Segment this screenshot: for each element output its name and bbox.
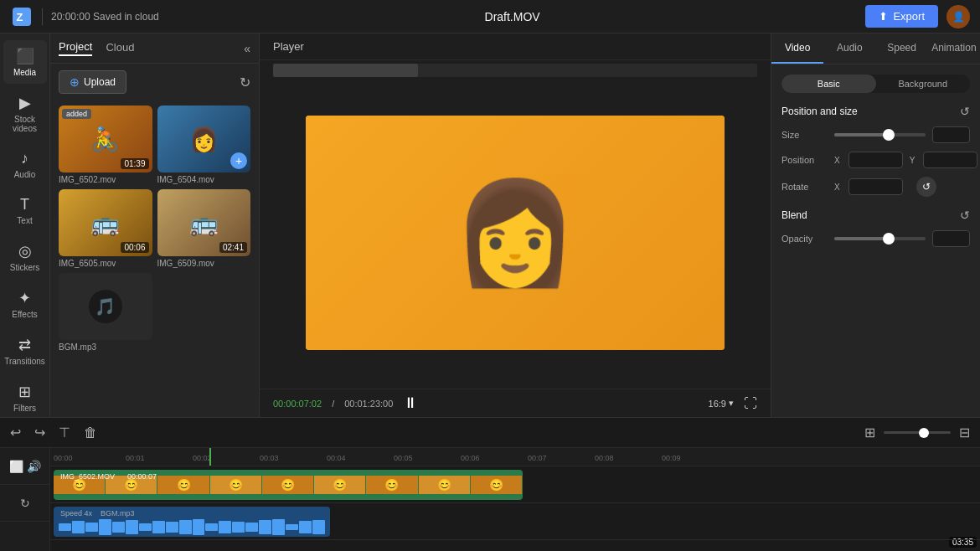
- waveform-bar: [245, 523, 258, 532]
- svg-text:Z: Z: [17, 10, 23, 23]
- video-track-lane: IMG_6502.MOV 00:00:07 😊 😊 😊 😊 😊 😊: [50, 466, 980, 503]
- playhead[interactable]: [209, 448, 211, 466]
- split-button[interactable]: ⊤: [55, 421, 74, 444]
- transitions-icon: ⇄: [18, 336, 31, 354]
- waveform-bar: [166, 522, 178, 532]
- zoom-slider[interactable]: [884, 431, 951, 434]
- reset-blend-button[interactable]: ↺: [960, 209, 970, 222]
- project-title: Draft.MOV: [168, 10, 858, 23]
- timeline-area: ↩ ↪ ⊤ 🗑 ⊞ ⊟ ⬜ 🔊 ↻ 00:00 00:01: [0, 417, 980, 551]
- reset-position-button[interactable]: ↺: [960, 105, 970, 118]
- sidebar-label-stickers: Stickers: [10, 263, 40, 272]
- x-label: X: [834, 156, 840, 165]
- timeline-progress: [273, 64, 418, 77]
- size-value-input[interactable]: 60%: [932, 126, 970, 143]
- sidebar-item-text[interactable]: T Text: [3, 189, 47, 232]
- media-item[interactable]: 🚌 00:06 IMG_6505.mov: [59, 189, 152, 268]
- sidebar-item-media[interactable]: ⬛ Media: [3, 40, 47, 84]
- audio-track-loop-button[interactable]: ↻: [20, 497, 30, 510]
- waveform-bar: [286, 524, 298, 531]
- sidebar-item-effects[interactable]: ✦ Effects: [3, 282, 47, 326]
- tab-speed[interactable]: Speed: [876, 33, 928, 64]
- tab-animation[interactable]: Animation: [928, 33, 980, 64]
- tab-cloud[interactable]: Cloud: [106, 41, 134, 55]
- redo-button[interactable]: ↪: [31, 421, 49, 444]
- player-video-container: 👩: [260, 77, 771, 389]
- sidebar: ⬛ Media ▶ Stock videos ♪ Audio T Text ◎ …: [0, 33, 50, 417]
- waveform: [59, 518, 325, 537]
- ruler-mark-1: 00:01: [126, 454, 145, 462]
- sub-tab-basic[interactable]: Basic: [781, 75, 876, 93]
- waveform-bar: [126, 520, 138, 535]
- y-label: Y: [910, 156, 916, 165]
- ruler-mark-9: 00:09: [662, 454, 681, 462]
- upload-button[interactable]: ⊕ Upload: [59, 70, 126, 94]
- tab-audio[interactable]: Audio: [823, 33, 875, 64]
- tracks-controls: ⬜ 🔊 ↻: [0, 448, 50, 551]
- waveform-bar: [193, 519, 205, 535]
- media-item[interactable]: 🚌 02:41 IMG_6509.mov: [157, 189, 251, 268]
- rotate-action-button[interactable]: ↺: [916, 177, 936, 197]
- ruler-mark-0: 00:00: [54, 454, 73, 462]
- audio-file-icon: 🎵: [89, 290, 122, 323]
- timeline-scrubber[interactable]: [273, 64, 757, 77]
- media-duration: 02:41: [219, 242, 247, 253]
- video-track[interactable]: IMG_6502.MOV 00:00:07 😊 😊 😊 😊 😊 😊: [54, 470, 523, 500]
- ruler-mark-6: 00:06: [461, 454, 480, 462]
- tab-project[interactable]: Project: [59, 40, 92, 56]
- opacity-slider-thumb[interactable]: [883, 233, 895, 245]
- opacity-slider[interactable]: [834, 237, 926, 240]
- rotate-row: Rotate X 2 ↺: [781, 177, 970, 197]
- waveform-bar: [205, 523, 218, 532]
- fullscreen-button[interactable]: ⛶: [744, 396, 757, 411]
- export-button[interactable]: ⬆ Export: [865, 5, 938, 28]
- add-media-button[interactable]: +: [230, 152, 247, 169]
- sidebar-item-filters[interactable]: ⊞ Filters: [3, 376, 47, 417]
- media-item[interactable]: 🎵 03:35 BGM.mp3: [59, 273, 152, 352]
- filters-icon: ⊞: [18, 383, 31, 401]
- position-x-input[interactable]: 2: [848, 152, 903, 168]
- video-track-mute-button[interactable]: 🔊: [27, 460, 41, 473]
- collapse-panel-button[interactable]: «: [244, 42, 250, 55]
- play-pause-button[interactable]: ⏸: [403, 394, 418, 412]
- delete-button[interactable]: 🗑: [80, 422, 101, 444]
- sidebar-item-stickers[interactable]: ◎ Stickers: [3, 235, 47, 279]
- player-header: Player: [260, 33, 771, 60]
- opacity-label: Opacity: [781, 234, 828, 244]
- position-size-section: Position and size ↺ Size 60% Position X: [781, 105, 970, 197]
- timeline-tracks: 00:00 00:01 00:02 00:03 00:04 00:05 00:0…: [50, 448, 980, 551]
- user-avatar[interactable]: 👤: [946, 5, 970, 28]
- audio-track-controls: ↻: [0, 485, 49, 522]
- aspect-ratio-selector[interactable]: 16:9 ▾: [709, 398, 734, 409]
- video-track-screen-button[interactable]: ⬜: [9, 460, 23, 473]
- undo-button[interactable]: ↩: [7, 421, 24, 444]
- tab-video[interactable]: Video: [771, 33, 823, 64]
- sidebar-item-audio[interactable]: ♪ Audio: [3, 143, 47, 186]
- refresh-button[interactable]: ↻: [240, 75, 250, 90]
- video-track-controls: ⬜ 🔊: [0, 448, 49, 485]
- sidebar-item-stock-videos[interactable]: ▶ Stock videos: [3, 87, 47, 140]
- ruler-mark-3: 00:03: [260, 454, 279, 462]
- waveform-bar: [219, 521, 231, 533]
- audio-track[interactable]: Speed 4x BGM.mp3: [54, 507, 330, 537]
- zoom-in-icon[interactable]: ⊞: [861, 421, 879, 444]
- sidebar-item-transitions[interactable]: ⇄ Transitions: [3, 329, 47, 373]
- rotate-x-input[interactable]: 2: [848, 178, 903, 195]
- position-y-input[interactable]: 2: [923, 152, 977, 168]
- media-item[interactable]: 👩 + IMG_6504.mov: [157, 106, 251, 184]
- size-slider[interactable]: [834, 133, 926, 136]
- sidebar-label-effects: Effects: [12, 310, 37, 319]
- thumb-frame: 😊: [314, 476, 366, 494]
- opacity-value-input[interactable]: 60%: [932, 230, 970, 247]
- timeline-zoom: ⊞ ⊟: [861, 421, 973, 444]
- media-filename: IMG_6504.mov: [157, 175, 251, 184]
- sidebar-label-transitions: Transitions: [4, 357, 45, 366]
- size-slider-thumb[interactable]: [883, 129, 895, 141]
- media-item[interactable]: 🚴 added 01:39 IMG_6502.mov: [59, 106, 152, 184]
- sub-tab-background[interactable]: Background: [876, 75, 971, 93]
- thumb-frame: 😊: [210, 476, 262, 494]
- zoom-out-icon[interactable]: ⊟: [956, 421, 973, 444]
- media-grid: 🚴 added 01:39 IMG_6502.mov 👩 + IMG_6504.…: [50, 100, 259, 357]
- app-logo[interactable]: Z: [10, 5, 34, 28]
- right-panel: Video Audio Speed Animation Basic Backgr…: [771, 33, 980, 417]
